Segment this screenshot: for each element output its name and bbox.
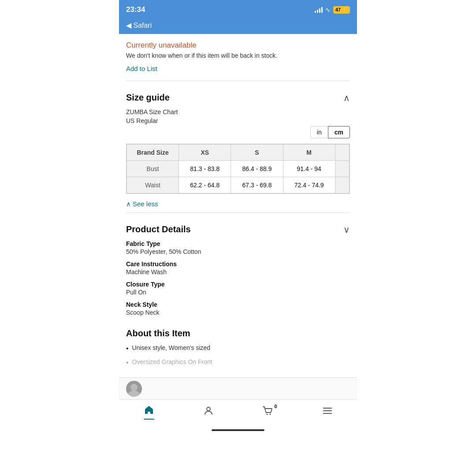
- detail-fabric-value: 50% Polyester, 50% Cotton: [126, 248, 350, 255]
- divider-2: [126, 212, 350, 213]
- nav-item-cart[interactable]: 0: [238, 405, 298, 419]
- size-unit-toggle[interactable]: in cm: [126, 126, 350, 138]
- chevron-up-icon: ∧: [126, 200, 131, 208]
- wifi-icon: ∿: [325, 6, 331, 13]
- row-waist-overflow: [335, 177, 349, 193]
- home-indicator: [119, 426, 357, 433]
- battery-indicator: 47⚡: [333, 6, 350, 14]
- detail-care-value: Machine Wash: [126, 268, 350, 275]
- size-guide-title: Size guide: [126, 93, 170, 103]
- nav-back-bar[interactable]: ◀ Safari: [119, 19, 357, 34]
- svg-point-1: [128, 390, 140, 397]
- main-content: Currently unavailable We don't know when…: [119, 34, 357, 377]
- bottom-nav: 0: [119, 399, 357, 426]
- add-to-list-link[interactable]: Add to List: [126, 65, 157, 72]
- divider-1: [126, 81, 350, 81]
- cart-icon: [262, 405, 274, 417]
- product-details-section: Product Details ∨ Fabric Type 50% Polyes…: [126, 217, 350, 316]
- avatar: [126, 381, 142, 397]
- row-waist-xs: 62.2 - 64.8: [179, 177, 231, 193]
- bullet-icon-2: •: [126, 358, 129, 368]
- size-guide-header: Size guide ∧: [126, 86, 350, 108]
- home-bar: [212, 429, 264, 431]
- detail-care-label: Care Instructions: [126, 260, 350, 268]
- about-bullet-1: Unisex style, Women's sized: [132, 344, 210, 353]
- home-icon: [144, 405, 154, 418]
- unit-in-button[interactable]: in: [310, 126, 328, 138]
- size-chart-region: US Regular: [126, 117, 350, 124]
- row-waist-label: Waist: [127, 177, 179, 193]
- size-table-wrapper: Brand Size XS S M Bust 81.3 - 83.8 86.4 …: [126, 144, 350, 194]
- menu-icon: [322, 405, 333, 419]
- unavailable-description: We don't know when or if this item will …: [126, 52, 350, 60]
- col-header-brand-size: Brand Size: [127, 144, 179, 160]
- list-item: • Unisex style, Women's sized: [126, 344, 350, 353]
- svg-point-2: [207, 407, 210, 411]
- svg-point-4: [269, 413, 271, 415]
- unavailable-section: Currently unavailable We don't know when…: [126, 34, 350, 76]
- see-less-button[interactable]: ∧ See less: [126, 200, 350, 208]
- size-chart-name: ZUMBA Size Chart: [126, 108, 350, 115]
- detail-neck-label: Neck Style: [126, 301, 350, 308]
- row-bust-overflow: [335, 160, 349, 177]
- product-details-expand-icon[interactable]: ∨: [343, 224, 350, 235]
- see-less-label[interactable]: See less: [133, 200, 158, 208]
- about-list: • Unisex style, Women's sized • Oversize…: [126, 344, 350, 368]
- unit-cm-button[interactable]: cm: [328, 126, 350, 138]
- about-bullet-2: Oversized Graphics On Front: [132, 358, 212, 367]
- row-bust-m: 91.4 - 94: [283, 160, 335, 177]
- cart-badge-wrapper: 0: [262, 405, 274, 419]
- detail-neck-style: Neck Style Scoop Neck: [126, 301, 350, 316]
- back-button[interactable]: ◀ Safari: [126, 22, 152, 29]
- status-bar: 23:34 ∿ 47⚡: [119, 0, 357, 19]
- product-details-title: Product Details: [126, 224, 191, 234]
- unavailable-title: Currently unavailable: [126, 41, 350, 50]
- svg-point-0: [130, 384, 138, 391]
- row-waist-m: 72.4 - 74.9: [283, 177, 335, 193]
- table-row: Bust 81.3 - 83.8 86.4 - 88.9 91.4 - 94: [127, 160, 350, 177]
- detail-closure-label: Closure Type: [126, 281, 350, 288]
- svg-point-3: [266, 413, 268, 415]
- table-row: Waist 62.2 - 64.8 67.3 - 69.8 72.4 - 74.…: [127, 177, 350, 193]
- account-icon: [203, 405, 214, 419]
- detail-closure-value: Pull On: [126, 289, 350, 296]
- about-section: About this Item • Unisex style, Women's …: [126, 321, 350, 378]
- detail-neck-value: Scoop Neck: [126, 309, 350, 316]
- col-header-m: M: [283, 144, 335, 160]
- signal-bars-icon: [315, 7, 323, 13]
- bullet-icon-1: •: [126, 344, 129, 353]
- nav-item-account[interactable]: [178, 405, 238, 419]
- list-item: • Oversized Graphics On Front: [126, 358, 350, 368]
- col-header-xs: XS: [179, 144, 231, 160]
- detail-fabric-label: Fabric Type: [126, 240, 350, 247]
- bottom-preview-area: [119, 377, 357, 399]
- row-bust-s: 86.4 - 88.9: [231, 160, 283, 177]
- row-bust-label: Bust: [127, 160, 179, 177]
- size-guide-collapse-icon[interactable]: ∧: [343, 93, 350, 103]
- status-icons: ∿ 47⚡: [315, 6, 350, 14]
- detail-fabric-type: Fabric Type 50% Polyester, 50% Cotton: [126, 240, 350, 255]
- size-guide-section: Size guide ∧ ZUMBA Size Chart US Regular…: [126, 86, 350, 208]
- detail-closure-type: Closure Type Pull On: [126, 281, 350, 296]
- row-bust-xs: 81.3 - 83.8: [179, 160, 231, 177]
- size-table: Brand Size XS S M Bust 81.3 - 83.8 86.4 …: [126, 144, 350, 193]
- avatar-image: [126, 381, 142, 397]
- about-title: About this Item: [126, 328, 350, 338]
- product-details-header: Product Details ∨: [126, 217, 350, 240]
- nav-item-menu[interactable]: [298, 405, 357, 419]
- nav-item-home[interactable]: [119, 405, 178, 420]
- status-time: 23:34: [126, 5, 145, 14]
- cart-count-badge: 0: [274, 404, 277, 409]
- detail-care-instructions: Care Instructions Machine Wash: [126, 260, 350, 275]
- home-nav-underline: [144, 419, 154, 420]
- col-header-s: S: [231, 144, 283, 160]
- col-overflow: [335, 144, 349, 160]
- row-waist-s: 67.3 - 69.8: [231, 177, 283, 193]
